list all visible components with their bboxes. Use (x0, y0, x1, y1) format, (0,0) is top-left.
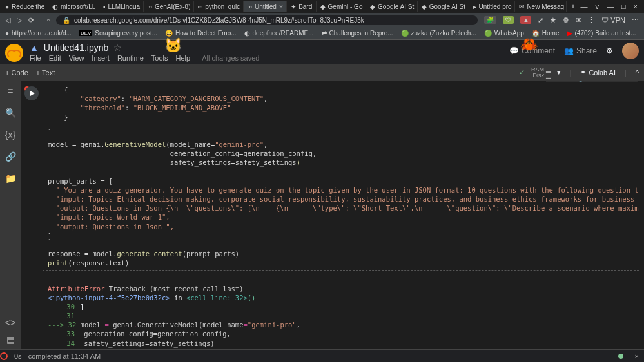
search-icon[interactable]: 🔍 (5, 107, 16, 119)
bookmark-5[interactable]: 🟢zuzka (Zuzka Pelech... (401, 30, 476, 37)
url-bar[interactable]: 🔒 colab.research.google.com/drive/1Ds-vl… (56, 15, 478, 25)
window-close-icon[interactable]: × (634, 3, 638, 10)
status-error-icon (0, 352, 8, 360)
settings-icon[interactable]: ⚙ (606, 46, 613, 55)
tab-2[interactable]: ▪LLMLingua (99, 1, 144, 12)
browser-tab-bar: ●Reduce the ◐microsoft/LL ▪LLMLingua ∞Ge… (0, 0, 644, 13)
bookmark-3[interactable]: ◐deepface/README... (244, 30, 314, 37)
menu-help[interactable]: Help (176, 54, 191, 62)
nav-r1[interactable]: ★ (550, 16, 556, 24)
run-cell-button[interactable] (24, 86, 39, 100)
window-min2-icon[interactable]: — (607, 3, 614, 10)
code-snippets-icon[interactable]: <> (5, 317, 16, 329)
nav-r0[interactable]: ⤢ (538, 16, 543, 24)
bookmark-1[interactable]: DEVScraping every post... (79, 30, 157, 37)
error-name: AttributeError (48, 285, 105, 292)
tab-6[interactable]: ✦Bard (287, 1, 316, 12)
tab-9[interactable]: ◆Google AI St (418, 1, 469, 12)
tab-7[interactable]: ◆Gemini - Go (317, 1, 367, 12)
menu-insert[interactable]: Insert (92, 54, 110, 62)
tab-11[interactable]: ✉New Messag (515, 1, 567, 12)
add-code-button[interactable]: + Code (5, 69, 28, 77)
resource-meter[interactable]: RAM ▂ Disk ▁ (531, 67, 551, 79)
menu-view[interactable]: View (69, 54, 84, 62)
bookmark-4[interactable]: ⇄Challenges in Repre... (322, 30, 393, 37)
variables-icon[interactable]: {x} (5, 129, 16, 140)
nav-r4[interactable]: ⋮ (588, 16, 595, 24)
nav-bar: ◁ ▷ ⟳ ▫ 🔒 colab.research.google.com/driv… (0, 13, 644, 27)
tab-close-icon[interactable]: × (279, 3, 283, 10)
colab-ai-button[interactable]: ✦ Colab AI (580, 68, 616, 77)
status-check-icon: ✓ (519, 68, 525, 77)
toc-icon[interactable]: ≡ (5, 85, 16, 97)
code-editor[interactable]: { "category": "HARM_CATEGORY_DANGEROUS_C… (43, 82, 639, 270)
window-max-icon[interactable]: □ (621, 3, 626, 10)
tab-10[interactable]: ▸Untitled pro (469, 1, 516, 12)
bookmark-6[interactable]: 🟢WhatsApp (484, 30, 524, 37)
nav-r2[interactable]: ⚙ (563, 16, 569, 24)
menu-bar: File Edit View Insert Runtime Tools Help… (30, 54, 259, 62)
ipython-input-link[interactable]: <ipython-input-4-f5e27be0d32c> (48, 294, 170, 301)
reload-button[interactable]: ⟳ (28, 16, 34, 24)
colab-logo-icon[interactable] (5, 44, 23, 62)
bookmark-8[interactable]: ▶(4702) Build an Inst... (567, 30, 636, 37)
status-message: completed at 11:34 AM (28, 352, 101, 360)
bookmarks-bar: ●https://core.ac.uk/d... DEVScraping eve… (0, 27, 644, 40)
menu-file[interactable]: File (30, 54, 41, 62)
secrets-icon[interactable]: 🔗 (5, 151, 16, 162)
menu-runtime[interactable]: Runtime (117, 54, 144, 62)
star-icon[interactable]: ☆ (113, 43, 122, 53)
tab-0[interactable]: ●Reduce the (1, 1, 48, 12)
kernel-status-icon (618, 354, 623, 359)
sidebar-bottom: <> ▤ (0, 314, 21, 348)
files-icon[interactable]: 📁 (5, 173, 16, 184)
ext-3-icon[interactable]: ▲ (520, 16, 531, 24)
save-status: All changes saved (202, 54, 259, 62)
status-close-icon[interactable]: × (635, 352, 639, 360)
drive-icon: ▲ (30, 43, 39, 53)
ext-2-icon[interactable]: 🛡 (503, 16, 514, 24)
notebook-content: ↑ ↓ ⊕ 🔗 ✎ ⚙ ⎘ 🗑 ⋮ { "category": "HARM_CA… (21, 81, 644, 362)
bookmark-2[interactable]: 😀How to Detect Emo... (165, 30, 236, 37)
traceback-divider: ----------------------------------------… (48, 274, 634, 283)
menu-edit[interactable]: Edit (49, 54, 61, 62)
user-avatar[interactable] (622, 43, 639, 59)
corgi-mascot-icon: 🐱 (164, 37, 182, 54)
crab-mascot-icon: 🦀 (520, 36, 538, 53)
bookmark-0[interactable]: ●https://core.ac.uk/d... (5, 30, 72, 37)
tab-4[interactable]: ∞python_quic (194, 1, 244, 12)
forward-button[interactable]: ▷ (17, 16, 22, 24)
new-tab-button[interactable]: + (571, 2, 575, 11)
url-text: colab.research.google.com/drive/1Ds-vl1C… (74, 17, 364, 24)
tab-8[interactable]: ◆Google AI St (366, 1, 418, 12)
code-cell[interactable]: ↑ ↓ ⊕ 🔗 ✎ ⚙ ⎘ 🗑 ⋮ { "category": "HARM_CA… (26, 82, 639, 362)
colab-header: ▲ Untitled41.ipynb ☆ File Edit View Inse… (0, 40, 644, 64)
lock-icon: 🔒 (63, 17, 70, 24)
nav-r3[interactable]: ✉ (576, 16, 581, 24)
tab-1[interactable]: ◐microsoft/LL (48, 1, 99, 12)
window-dropdown-icon[interactable]: v (595, 3, 599, 10)
window-min-icon[interactable]: — (580, 3, 587, 10)
nav-menu[interactable]: ⋯ (632, 16, 639, 24)
ext-1-icon[interactable]: 🧩 (484, 16, 496, 24)
terminal-icon[interactable]: ▤ (5, 334, 16, 345)
cell-output: ----------------------------------------… (43, 270, 639, 362)
back-button[interactable]: ◁ (5, 16, 10, 24)
notebook-title[interactable]: Untitled41.ipynb (44, 43, 108, 53)
tab-3[interactable]: ∞GenAI(Ex-8) (144, 1, 194, 12)
status-bar: 0s completed at 11:34 AM × (0, 349, 644, 362)
toolbar: + Code + Text ✓ RAM ▂ Disk ▁ ▾ | ✦ Colab… (0, 64, 644, 81)
share-button[interactable]: 👥 Share (564, 46, 597, 55)
runtime-dropdown[interactable]: ▾ (557, 68, 561, 77)
vpn-badge[interactable]: 🛡 VPN (601, 16, 625, 24)
menu-tools[interactable]: Tools (151, 54, 168, 62)
status-duration: 0s (14, 352, 22, 360)
collapse-icon[interactable]: ^ (636, 69, 639, 77)
add-text-button[interactable]: + Text (36, 69, 55, 77)
tab-5-active[interactable]: ∞Untitled× (244, 1, 287, 12)
